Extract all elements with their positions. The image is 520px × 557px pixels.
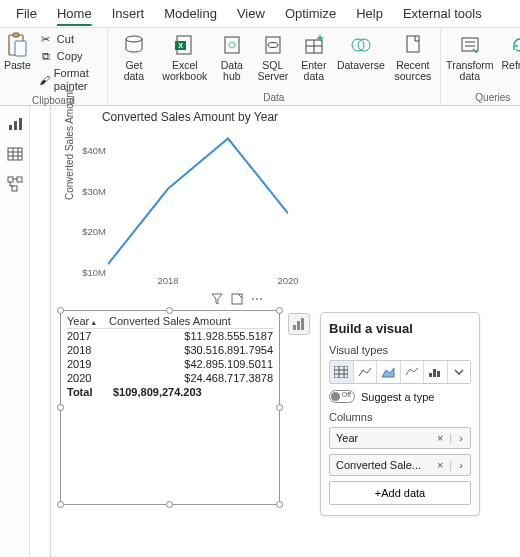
enter-data-button[interactable]: Enter data [296, 30, 332, 82]
table-visual[interactable]: Year▲ Converted Sales Amount 2017$11.928… [60, 310, 280, 505]
chevron-down-icon [454, 367, 464, 377]
tab-external-tools[interactable]: External tools [393, 2, 492, 25]
data-hub-button[interactable]: Data hub [214, 30, 250, 82]
chart-toolbar: ⋯ [210, 292, 264, 306]
tab-help[interactable]: Help [346, 2, 393, 25]
resize-handle[interactable] [166, 501, 173, 508]
excel-workbook-button[interactable]: XExcel workbook [160, 30, 210, 82]
panel-title: Build a visual [329, 321, 471, 336]
group-label-data: Data [112, 91, 436, 105]
column-menu-icon[interactable]: › [452, 432, 470, 444]
clipboard-icon [4, 32, 30, 58]
column-pill-year[interactable]: Year ×| › [329, 427, 471, 449]
report-canvas: Converted Sales Amount by Year Converted… [30, 106, 520, 557]
view-rail [0, 106, 30, 557]
recent-sources-button[interactable]: Recent sources [390, 30, 436, 82]
ribbon-group-data: Get data XExcel workbook Data hub SQL Se… [108, 28, 441, 105]
get-data-button[interactable]: Get data [112, 30, 156, 82]
visual-types-label: Visual types [329, 344, 471, 356]
more-icon[interactable]: ⋯ [250, 292, 264, 306]
cell-year: 2018 [67, 344, 109, 356]
table-total-row: Total $109,809,274.203 [67, 385, 273, 399]
resize-handle[interactable] [57, 501, 64, 508]
resize-handle[interactable] [276, 404, 283, 411]
refresh-button[interactable]: Refresh [499, 30, 520, 71]
sql-server-button[interactable]: SQL Server [254, 30, 292, 82]
cut-button[interactable]: ✂Cut [35, 32, 103, 48]
svg-rect-24 [293, 325, 296, 330]
add-data-button[interactable]: +Add data [329, 481, 471, 505]
format-painter-label: Format painter [54, 67, 99, 93]
ytick-label: $10M [74, 267, 106, 278]
suggest-toggle[interactable]: Off [329, 390, 355, 403]
col-header-amount[interactable]: Converted Sales Amount [109, 315, 273, 327]
visual-type-more[interactable] [448, 361, 471, 383]
line-chart-visual[interactable]: Converted Sales Amount by Year Converted… [66, 108, 296, 298]
sql-icon [260, 32, 286, 58]
tab-file[interactable]: File [6, 2, 47, 25]
col-header-year[interactable]: Year [67, 315, 89, 327]
enter-data-label: Enter data [301, 60, 326, 82]
data-view-button[interactable] [5, 144, 25, 164]
chart-svg [108, 130, 288, 272]
cell-year: 2017 [67, 330, 109, 342]
column-menu-icon[interactable]: › [452, 459, 470, 471]
svg-rect-19 [8, 148, 22, 160]
visual-type-area[interactable] [377, 361, 401, 383]
suggest-row: Off Suggest a type [329, 390, 471, 403]
copy-button[interactable]: ⧉Copy [35, 49, 103, 65]
total-value: $109,809,274.203 [109, 386, 273, 398]
paste-button[interactable]: Paste [4, 30, 31, 71]
svg-rect-21 [17, 177, 22, 182]
page-boundary [50, 106, 51, 557]
resize-handle[interactable] [166, 307, 173, 314]
resize-handle[interactable] [57, 404, 64, 411]
ytick-label: $30M [74, 185, 106, 196]
table-row[interactable]: 2020$24.468.717.3878 [67, 371, 273, 385]
svg-rect-25 [297, 321, 300, 330]
excel-icon: X [172, 32, 198, 58]
chart-plot-area: $10M$20M$30M$40M20182020 [108, 130, 288, 272]
remove-column-icon[interactable]: × [431, 432, 449, 444]
cell-year: 2020 [67, 372, 109, 384]
visual-type-picker [329, 360, 471, 384]
report-view-button[interactable] [5, 114, 25, 134]
dataverse-button[interactable]: Dataverse [336, 30, 386, 71]
transform-data-button[interactable]: Transform data [445, 30, 495, 82]
table-row[interactable]: 2017$11.928.555.5187 [67, 329, 273, 343]
excel-label: Excel workbook [162, 60, 207, 82]
tab-optimize[interactable]: Optimize [275, 2, 346, 25]
visual-type-line2[interactable] [401, 361, 425, 383]
filter-icon[interactable] [210, 292, 224, 306]
column-pill-amount[interactable]: Converted Sale... ×| › [329, 454, 471, 476]
focus-icon[interactable] [230, 292, 244, 306]
visual-type-table[interactable] [330, 361, 354, 383]
visual-type-bar[interactable] [424, 361, 448, 383]
database-icon [121, 32, 147, 58]
resize-handle[interactable] [57, 307, 64, 314]
cell-year: 2019 [67, 358, 109, 370]
ribbon: Paste ✂Cut ⧉Copy 🖌Format painter Clipboa… [0, 28, 520, 106]
remove-column-icon[interactable]: × [431, 459, 449, 471]
visual-type-line[interactable] [354, 361, 378, 383]
resize-handle[interactable] [276, 501, 283, 508]
cell-amount: $30.516.891.7954 [109, 344, 273, 356]
paste-label: Paste [4, 60, 31, 71]
switch-visual-button[interactable] [288, 313, 310, 335]
table-row[interactable]: 2019$42.895.109.5011 [67, 357, 273, 371]
data-hub-label: Data hub [221, 60, 243, 82]
tab-insert[interactable]: Insert [102, 2, 155, 25]
tab-modeling[interactable]: Modeling [154, 2, 227, 25]
svg-rect-16 [9, 125, 12, 130]
refresh-label: Refresh [501, 60, 520, 71]
table-row[interactable]: 2018$30.516.891.7954 [67, 343, 273, 357]
svg-rect-14 [407, 36, 419, 52]
columns-label: Columns [329, 411, 471, 423]
cell-amount: $24.468.717.3878 [109, 372, 273, 384]
resize-handle[interactable] [276, 307, 283, 314]
tab-view[interactable]: View [227, 2, 275, 25]
svg-rect-15 [462, 38, 478, 51]
tab-home[interactable]: Home [47, 2, 102, 25]
model-view-button[interactable] [5, 174, 25, 194]
xtick-label: 2020 [277, 275, 298, 286]
